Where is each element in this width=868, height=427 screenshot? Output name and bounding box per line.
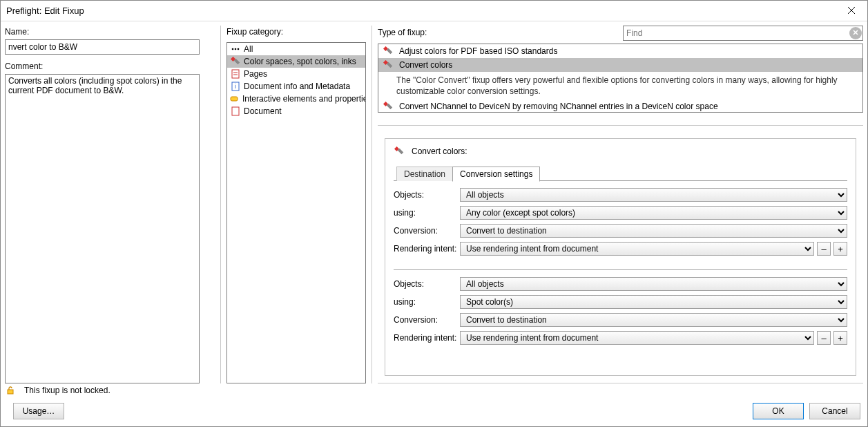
category-item-label: All <box>244 44 253 54</box>
settings-panel: Convert colors: Destination Conversion s… <box>378 125 863 383</box>
category-item-docinfo[interactable]: i Document info and Metadata <box>227 80 365 93</box>
category-item-label: Color spaces, spot colors, inks <box>244 57 356 66</box>
svg-rect-9 <box>232 107 239 115</box>
conversion-label: Conversion: <box>394 226 460 236</box>
objects-select[interactable]: All objects <box>460 277 847 291</box>
rendering-label: Rendering intent: <box>394 244 460 254</box>
find-clear-button[interactable] <box>849 27 862 39</box>
objects-select[interactable]: All objects <box>460 188 847 202</box>
fixup-item[interactable]: Adjust colors for PDF based ISO standard… <box>378 44 862 58</box>
ok-button[interactable]: OK <box>753 403 804 419</box>
category-item-colorspaces[interactable]: Color spaces, spot colors, inks <box>227 55 365 68</box>
divider <box>372 26 372 383</box>
fixup-item-title: Convert colors <box>399 60 452 70</box>
cancel-button[interactable]: Cancel <box>809 403 860 419</box>
using-select[interactable]: Any color (except spot colors) <box>460 206 847 220</box>
titlebar: Preflight: Edit Fixup <box>1 1 867 21</box>
type-label: Type of fixup: <box>378 28 427 37</box>
rendering-label: Rendering intent: <box>394 333 460 343</box>
svg-point-2 <box>238 48 240 50</box>
using-select[interactable]: Spot color(s) <box>460 295 847 309</box>
dots-icon <box>230 44 241 55</box>
svg-rect-8 <box>231 97 238 101</box>
category-item-interactive[interactable]: Interactive elements and properties <box>227 93 365 105</box>
right-column: Type of fixup: Adjus <box>378 26 863 383</box>
category-item-all[interactable]: All <box>227 43 365 55</box>
conversion-select[interactable]: Convert to destination <box>460 313 847 327</box>
find-input[interactable] <box>623 26 863 41</box>
document-icon <box>230 106 241 117</box>
dialog-title: Preflight: Edit Fixup <box>6 6 84 16</box>
wrench-icon <box>383 101 394 112</box>
category-item-pages[interactable]: Pages <box>227 68 365 80</box>
left-column: Name: Comment: Converts all colors (incl… <box>5 26 220 383</box>
conversion-label: Conversion: <box>394 315 460 325</box>
category-item-document[interactable]: Document <box>227 105 365 117</box>
wrench-icon <box>230 56 241 67</box>
dialog-window: Preflight: Edit Fixup Name: Comment: Con… <box>0 0 868 427</box>
remove-block-button[interactable]: – <box>817 242 831 256</box>
wrench-icon <box>394 146 405 157</box>
using-label: using: <box>394 297 460 307</box>
category-item-label: Document <box>244 106 282 116</box>
fixup-item-title: Convert NChannel to DeviceN by removing … <box>399 102 718 111</box>
tab-conversion-settings[interactable]: Conversion settings <box>452 167 540 182</box>
comment-textarea[interactable]: Converts all colors (including spot colo… <box>5 74 200 383</box>
wrench-icon <box>383 46 394 57</box>
category-item-label: Document info and Metadata <box>244 82 350 91</box>
category-item-label: Interactive elements and properties <box>242 94 365 104</box>
rendering-select[interactable]: Use rendering intent from document <box>460 331 814 345</box>
svg-rect-5 <box>232 70 239 78</box>
close-icon <box>847 5 856 17</box>
remove-block-button[interactable]: – <box>817 331 831 345</box>
name-label: Name: <box>5 27 215 37</box>
category-list[interactable]: All Color spaces, spot colors, inks Page… <box>226 42 366 383</box>
unlocked-icon <box>5 385 16 396</box>
usage-button[interactable]: Usage… <box>13 403 64 419</box>
wrench-icon <box>383 59 394 70</box>
svg-point-0 <box>232 48 234 50</box>
fixup-item-desc: The "Color Convert" fixup offers very po… <box>378 72 862 99</box>
middle-column: Fixup category: All Color spaces, spot c… <box>226 26 372 383</box>
settings-block-1: Objects: All objects using: Any color (e… <box>394 188 847 260</box>
conversion-select[interactable]: Convert to destination <box>460 224 847 238</box>
fixup-item[interactable]: Convert NChannel to DeviceN by removing … <box>378 99 862 113</box>
interactive-icon <box>230 93 240 104</box>
name-input[interactable] <box>5 39 200 55</box>
svg-text:i: i <box>235 83 236 90</box>
fixup-item-title: Adjust colors for PDF based ISO standard… <box>399 46 557 56</box>
svg-rect-18 <box>8 390 13 394</box>
footer: Usage… OK Cancel <box>1 396 867 426</box>
panel-title: Convert colors: <box>412 146 467 156</box>
comment-label: Comment: <box>5 61 215 71</box>
lock-status-text: This fixup is not locked. <box>24 386 110 395</box>
add-block-button[interactable]: + <box>833 331 847 345</box>
objects-label: Objects: <box>394 279 460 289</box>
divider <box>220 26 221 383</box>
docinfo-icon: i <box>230 81 241 92</box>
category-item-label: Pages <box>244 69 267 79</box>
fixup-item-selected[interactable]: Convert colors <box>378 58 862 72</box>
page-icon <box>230 68 241 79</box>
close-icon <box>852 29 859 37</box>
block-separator <box>394 269 847 270</box>
using-label: using: <box>394 208 460 218</box>
tab-destination[interactable]: Destination <box>396 167 453 181</box>
lock-status-row: This fixup is not locked. <box>1 383 867 396</box>
rendering-select[interactable]: Use rendering intent from document <box>460 242 814 256</box>
settings-block-2: Objects: All objects using: Spot color(s… <box>394 277 847 349</box>
objects-label: Objects: <box>394 190 460 200</box>
category-label: Fixup category: <box>226 27 366 37</box>
fixup-description: The "Color Convert" fixup offers very po… <box>396 73 860 98</box>
fixup-type-list[interactable]: Adjust colors for PDF based ISO standard… <box>378 44 863 113</box>
close-button[interactable] <box>836 1 867 21</box>
svg-point-1 <box>235 48 237 50</box>
add-block-button[interactable]: + <box>833 242 847 256</box>
